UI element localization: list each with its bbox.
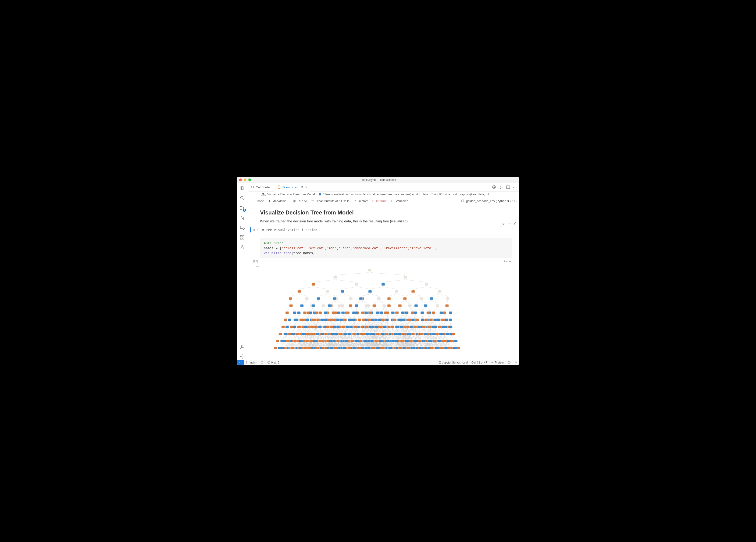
cell-position[interactable]: Cell 31 of 47 (470, 361, 489, 364)
svg-rect-32 (284, 318, 287, 321)
svg-rect-631 (329, 318, 332, 321)
add-markdown-button[interactable]: Markdown (266, 199, 288, 203)
svg-point-17 (492, 185, 496, 189)
run-all-button[interactable]: Run All (292, 199, 309, 203)
svg-rect-770 (343, 318, 346, 321)
run-cell-button[interactable] (252, 228, 261, 232)
svg-rect-2145 (435, 333, 438, 335)
svg-rect-1247 (369, 311, 372, 314)
problems-errors[interactable]: 0 0 (265, 361, 281, 364)
svg-rect-692 (329, 340, 332, 342)
svg-rect-1990 (421, 318, 424, 321)
sync-icon[interactable] (259, 361, 265, 364)
interrupt-button[interactable]: Interrupt (370, 199, 389, 203)
cell-collapsed[interactable]: #Tree visualization function … ⋯ (250, 227, 519, 232)
run-debug-icon[interactable] (239, 214, 246, 221)
add-code-button[interactable]: Code (251, 199, 265, 203)
svg-point-2208 (246, 362, 246, 362)
search-icon[interactable] (239, 195, 246, 201)
remote-explorer-icon[interactable] (239, 224, 246, 231)
svg-rect-291 (309, 311, 312, 314)
svg-rect-2205 (454, 340, 457, 342)
svg-rect-1250 (362, 333, 365, 335)
testing-icon[interactable] (239, 244, 246, 250)
explorer-icon[interactable] (239, 185, 246, 192)
svg-rect-1899 (414, 325, 417, 328)
prettier-status[interactable]: Prettier (489, 361, 506, 364)
code-cell[interactable]: #DT1 Graph names = ['pclass_cat','sex_ca… (260, 238, 512, 258)
svg-rect-1768 (402, 318, 406, 321)
svg-point-2209 (246, 363, 246, 364)
svg-point-2214 (508, 361, 510, 364)
svg-rect-2144 (438, 325, 441, 328)
remote-indicator[interactable] (237, 360, 244, 365)
svg-rect-702 (336, 318, 340, 321)
svg-point-16 (494, 187, 495, 188)
delete-cell-icon[interactable] (514, 222, 517, 226)
svg-rect-613 (341, 290, 344, 292)
extensions-icon[interactable] (239, 234, 246, 241)
svg-rect-680 (334, 311, 337, 314)
git-branch[interactable]: main* (244, 361, 259, 364)
breadcrumb-rest[interactable]: dot_data = StringIO()↩ (416, 193, 447, 196)
svg-rect-525 (337, 311, 340, 314)
diff-icon[interactable] (499, 185, 503, 189)
notifications-icon[interactable] (513, 361, 519, 364)
chevron-right-icon: › (316, 193, 317, 196)
svg-rect-616 (324, 311, 327, 314)
section-heading: Visualize Decision Tree from Model (260, 209, 512, 216)
cell-more-icon[interactable]: ⋯ (508, 222, 511, 226)
svg-rect-1124 (404, 276, 407, 278)
split-editor-icon[interactable] (506, 185, 510, 189)
collapsed-code-summary: #Tree visualization function (262, 228, 317, 232)
tab-titanic[interactable]: Titanic.ipynb M × (274, 183, 310, 192)
svg-rect-2169 (440, 333, 443, 335)
output-collapse-icon[interactable]: ⋯ (256, 264, 519, 268)
cell-language[interactable]: Python (504, 260, 512, 263)
svg-rect-1161 (347, 347, 351, 349)
tab-get-started[interactable]: Get Started (248, 183, 274, 191)
svg-point-13 (241, 345, 243, 347)
jupyter-server[interactable]: Jupyter Server: local (436, 361, 470, 364)
svg-rect-1771 (395, 340, 398, 342)
svg-rect-796 (344, 333, 347, 335)
svg-rect-2003 (427, 311, 430, 314)
notebook-scroll[interactable]: Visualize Decision Tree from Model When … (248, 205, 519, 360)
svg-rect-1132 (347, 333, 351, 335)
breadcrumb-func[interactable]: #Tree visualization function↩def visuali… (323, 193, 415, 196)
svg-rect-1127 (359, 297, 363, 300)
svg-rect-1676 (411, 290, 415, 292)
svg-rect-11 (240, 238, 242, 239)
variables-button[interactable]: Variables (390, 199, 410, 203)
breadcrumb-section[interactable]: Visualize Decision Tree from Model (267, 193, 315, 196)
svg-rect-420 (315, 333, 319, 335)
more-actions-icon[interactable]: ⋯ (513, 185, 517, 189)
svg-rect-774 (334, 347, 337, 349)
activity-bar: 4 (237, 183, 248, 360)
breadcrumbs[interactable]: M↓ Visualize Decision Tree from Model › … (248, 192, 519, 197)
feedback-icon[interactable] (506, 361, 513, 364)
restart-button[interactable]: Restart (352, 199, 369, 203)
manage-kernels-icon[interactable] (492, 185, 496, 189)
settings-gear-icon[interactable] (239, 353, 246, 360)
svg-rect-1168 (352, 347, 356, 349)
svg-rect-1875 (402, 347, 406, 349)
toolbar-more-icon[interactable]: ⋯ (410, 199, 417, 203)
notebook-icon (277, 185, 281, 189)
svg-rect-1446 (379, 340, 382, 342)
scm-badge: 4 (243, 209, 246, 212)
svg-rect-1821 (399, 347, 402, 349)
svg-rect-719 (332, 340, 336, 342)
run-by-line-icon[interactable] (502, 222, 506, 226)
svg-rect-2170 (438, 340, 441, 342)
svg-rect-1675 (425, 283, 428, 285)
kernel-picker[interactable]: golden_scenario_env (Python 3.7.11) (461, 199, 517, 203)
source-control-icon[interactable]: 4 (239, 205, 246, 211)
breadcrumb-rest2[interactable]: export_graphviz(tree_data,out (449, 193, 489, 196)
svg-rect-1167 (354, 340, 358, 342)
svg-rect-1714 (401, 311, 405, 314)
svg-rect-1248 (367, 318, 370, 321)
accounts-icon[interactable] (239, 343, 246, 350)
close-icon[interactable]: × (305, 185, 307, 189)
clear-outputs-button[interactable]: Clear Outputs of All Cells (310, 199, 351, 203)
